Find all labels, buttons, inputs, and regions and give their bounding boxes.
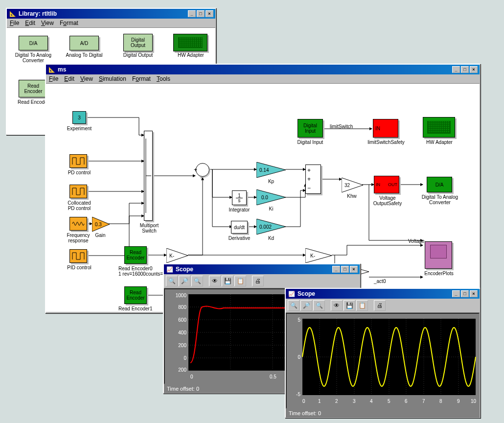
block-sum[interactable]: + − xyxy=(196,163,209,177)
scope2-titlebar[interactable]: 📈 Scope _ □ × xyxy=(286,289,480,299)
scope2-toolbar: 🔍 🔎 🔍 👁 💾 📋 🖨 xyxy=(286,299,480,313)
menu-tools[interactable]: Tools xyxy=(157,75,170,82)
ms-titlebar[interactable]: 📐 ms _ □ × xyxy=(46,65,480,74)
label-pd: PD control xyxy=(65,170,94,175)
svg-text:0: 0 xyxy=(183,355,186,361)
close-button[interactable]: × xyxy=(206,10,213,17)
menu-format[interactable]: Format xyxy=(132,75,151,82)
menu-simulation[interactable]: Simulation xyxy=(99,75,126,82)
menu-file[interactable]: File xyxy=(49,75,58,82)
label-lss: limitSwitchSafety xyxy=(365,140,407,145)
label-hw: HW Adapter xyxy=(171,52,210,58)
library-titlebar[interactable]: 📐 Library: rtltlib _ □ × xyxy=(7,9,215,19)
label-act0: _act0 xyxy=(374,279,386,284)
zoom-y-icon[interactable]: 🔍 xyxy=(191,276,203,286)
svg-text:−: − xyxy=(307,185,311,191)
zoom-in-icon[interactable]: 🔍 xyxy=(288,300,299,311)
ms-menubar: File Edit View Simulation Format Tools xyxy=(46,74,480,84)
maximize-button[interactable]: □ xyxy=(461,290,469,297)
menu-edit[interactable]: Edit xyxy=(64,75,74,82)
close-button[interactable]: × xyxy=(470,290,478,297)
svg-text:6: 6 xyxy=(405,399,408,404)
block-khw[interactable]: 32 xyxy=(342,178,363,192)
block-encoder-plots[interactable] xyxy=(425,241,452,269)
block-sum2[interactable]: ++− xyxy=(305,164,321,194)
zoom-y-icon[interactable]: 🔍 xyxy=(313,300,325,311)
maximize-button[interactable]: □ xyxy=(197,10,205,17)
maximize-button[interactable]: □ xyxy=(341,266,349,273)
block-pid[interactable] xyxy=(69,249,87,263)
label-khw: Khw xyxy=(344,193,359,199)
block-hw[interactable] xyxy=(173,34,207,51)
block-kd[interactable]: 0.002 xyxy=(256,219,286,235)
menu-view[interactable]: View xyxy=(41,20,54,26)
block-da[interactable]: D/A xyxy=(19,36,48,50)
label-mport: Multiport Switch xyxy=(137,223,161,234)
block-hw-adapter[interactable] xyxy=(423,117,455,138)
zoom-x-icon[interactable]: 🔎 xyxy=(300,300,312,311)
scope2-title: Scope xyxy=(298,290,451,297)
block-pd[interactable] xyxy=(69,154,87,168)
block-ad[interactable]: A/D xyxy=(69,36,99,50)
close-button[interactable]: × xyxy=(350,266,358,273)
menu-edit[interactable]: Edit xyxy=(25,20,35,26)
print-icon[interactable]: 🖨 xyxy=(252,276,264,286)
label-cpd: Collocated PD control xyxy=(65,200,94,211)
autoscale-icon[interactable]: 👁 xyxy=(209,276,221,286)
save-config-icon[interactable]: 💾 xyxy=(344,300,355,311)
minimize-button[interactable]: _ xyxy=(188,10,196,17)
block-derivative[interactable]: du/dt xyxy=(231,221,248,234)
library-title: Library: rtltlib xyxy=(19,10,187,17)
menu-file[interactable]: File xyxy=(10,20,19,26)
save-config-icon[interactable]: 💾 xyxy=(222,276,233,286)
block-cm2counts[interactable]: K- xyxy=(305,248,332,263)
svg-text:9: 9 xyxy=(457,399,460,404)
svg-text:0: 0 xyxy=(190,374,193,379)
svg-text:0: 0 xyxy=(298,354,300,360)
maximize-button[interactable]: □ xyxy=(461,66,469,73)
zoom-x-icon[interactable]: 🔎 xyxy=(179,276,190,286)
block-read-encoder1[interactable]: Read Encoder xyxy=(124,286,147,304)
svg-text:3: 3 xyxy=(353,399,356,404)
matlab-icon: 📐 xyxy=(48,66,56,73)
svg-text:K-: K- xyxy=(169,253,174,258)
label-kp: Kp xyxy=(265,179,277,184)
properties-icon[interactable]: 📋 xyxy=(356,300,368,311)
svg-text:0.14: 0.14 xyxy=(259,167,269,173)
block-digital-input[interactable]: Digital Input xyxy=(298,119,323,138)
block-dout[interactable]: Digital Output xyxy=(123,34,153,51)
autoscale-icon[interactable]: 👁 xyxy=(331,300,343,311)
scope2-window: 📈 Scope _ □ × 🔍 🔎 🔍 👁 💾 📋 🖨 xyxy=(285,288,481,418)
scope1-titlebar[interactable]: 📈 Scope _ □ × xyxy=(164,264,360,274)
block-gain[interactable]: 0.3 xyxy=(92,217,110,232)
block-experiment[interactable]: 3 xyxy=(72,111,86,124)
zoom-in-icon[interactable]: 🔍 xyxy=(166,276,178,286)
properties-icon[interactable]: 📋 xyxy=(234,276,246,286)
close-button[interactable]: × xyxy=(470,66,478,73)
svg-text:5: 5 xyxy=(388,399,390,404)
block-da-out[interactable]: D/A xyxy=(427,177,452,192)
minimize-button[interactable]: _ xyxy=(452,66,460,73)
block-kp[interactable]: 0.14 xyxy=(256,162,286,178)
block-freq[interactable] xyxy=(69,217,87,231)
block-multiport-switch[interactable] xyxy=(144,131,153,221)
print-icon[interactable]: 🖨 xyxy=(374,300,386,311)
scope2-status: Time offset: 0 xyxy=(286,409,480,418)
block-read-encoder0[interactable]: Read Encoder xyxy=(124,246,147,264)
block-integrator[interactable]: 1s xyxy=(232,190,247,205)
minimize-button[interactable]: _ xyxy=(332,266,340,273)
block-limit-switch-safety[interactable]: IN xyxy=(373,119,398,138)
block-voltage-output-safety[interactable]: IN OUT xyxy=(374,176,399,193)
block-counts2cm[interactable]: K- xyxy=(166,248,188,263)
minimize-button[interactable]: _ xyxy=(452,290,460,297)
menu-view[interactable]: View xyxy=(80,75,93,82)
block-re[interactable]: Read Encoder xyxy=(19,80,48,97)
block-cpd[interactable] xyxy=(69,185,87,198)
menu-format[interactable]: Format xyxy=(60,20,78,26)
svg-marker-17 xyxy=(305,248,332,263)
svg-text:2: 2 xyxy=(335,399,338,404)
matlab-icon: 📐 xyxy=(9,10,17,18)
block-ki[interactable]: 0.0 xyxy=(256,189,286,205)
svg-marker-6 xyxy=(256,189,286,205)
label-integrator: Integrator xyxy=(226,207,252,212)
